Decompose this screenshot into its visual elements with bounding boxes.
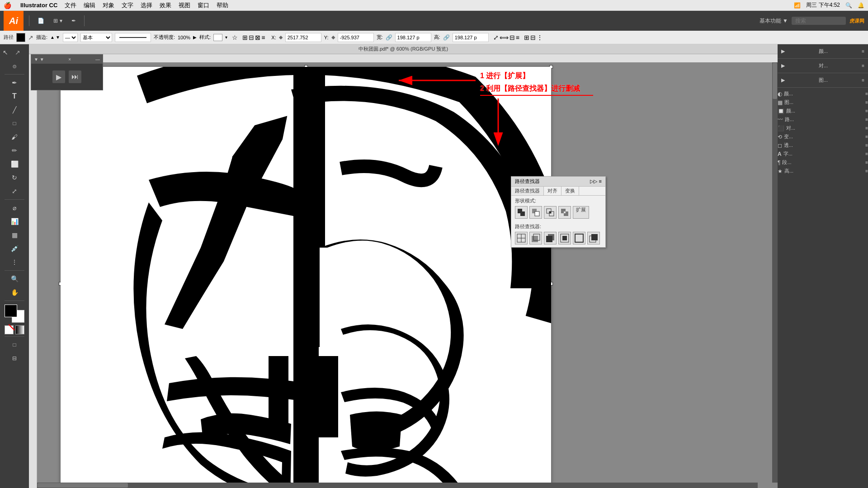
panel-options-icon[interactable]: ≡ xyxy=(862,49,864,54)
merge-btn[interactable] xyxy=(544,232,557,244)
warp-tool[interactable]: ⌀ xyxy=(3,202,26,214)
panel-header-image[interactable]: ▶ 图... ≡ xyxy=(778,75,868,85)
pathfinder-options-icon[interactable]: ≡ xyxy=(599,178,602,184)
stroke-up-icon[interactable]: ▲ xyxy=(50,35,55,40)
grid3-icon[interactable]: ⊠ xyxy=(255,34,260,41)
screen-mode-btn[interactable]: ⊟ xyxy=(3,352,26,365)
panel-header-align[interactable]: ▶ 对... ≡ xyxy=(778,61,868,71)
stroke-style-select[interactable]: — xyxy=(63,33,78,42)
panel-row-transform[interactable]: ⟲ 变... ≡ xyxy=(778,132,868,141)
opacity-arrow[interactable]: ▶ xyxy=(193,35,197,40)
outline-btn[interactable] xyxy=(573,232,585,244)
menu-edit[interactable]: 编辑 xyxy=(84,1,95,9)
more-icon[interactable]: ≡ xyxy=(516,34,519,41)
foreground-color[interactable] xyxy=(5,305,17,317)
panel-row-grid[interactable]: ▦ 图... ≡ xyxy=(778,98,868,107)
panel-row-stroke[interactable]: 🔲 颜... ≡ xyxy=(778,107,868,115)
intersect-btn[interactable] xyxy=(544,206,557,219)
gradient-tool[interactable]: ▦ xyxy=(3,229,26,241)
zoom-tool[interactable]: 🔍 xyxy=(3,272,26,285)
expand-shape-btn[interactable]: 扩展 xyxy=(573,206,589,219)
stroke-weight-select[interactable]: 基本 xyxy=(80,33,112,42)
menu-effect[interactable]: 效果 xyxy=(160,1,171,9)
panel-row-align2[interactable]: ⬛ 对... ≡ xyxy=(778,124,868,132)
pen-tool[interactable]: ✒ xyxy=(3,76,26,89)
crop-btn[interactable] xyxy=(558,232,571,244)
grid2-icon[interactable]: ⊟ xyxy=(249,34,254,41)
rect-tool[interactable]: □ xyxy=(3,117,26,130)
menu-window[interactable]: 窗口 xyxy=(198,1,209,9)
style-arrow[interactable]: ▾ xyxy=(225,35,227,40)
menu-help[interactable]: 帮助 xyxy=(217,1,228,9)
panel-row-char[interactable]: A 字... ≡ xyxy=(778,150,868,158)
y-field[interactable] xyxy=(338,33,374,42)
arrange-btn[interactable]: ⊞ ▾ xyxy=(51,17,65,25)
pencil-tool[interactable]: ✏ xyxy=(3,144,26,157)
lasso-tool[interactable]: ⌾ xyxy=(3,60,26,72)
char-more[interactable]: ≡ xyxy=(865,151,868,156)
horizontal-scrollbar[interactable] xyxy=(37,483,758,488)
none-swatch[interactable] xyxy=(5,325,14,334)
preview-close-btn[interactable]: × xyxy=(68,57,71,62)
panel-options2-icon[interactable]: ≡ xyxy=(862,63,864,68)
line-tool[interactable]: ╱ xyxy=(3,103,26,116)
stroke-more[interactable]: ≡ xyxy=(865,108,868,113)
x-field[interactable] xyxy=(285,33,321,42)
transform-more[interactable]: ≡ xyxy=(865,134,868,139)
eraser-tool[interactable]: ⬜ xyxy=(3,158,26,170)
apple-menu[interactable]: 🍎 xyxy=(4,2,11,9)
draw-mode-btn[interactable]: □ xyxy=(3,338,26,351)
exclude-btn[interactable] xyxy=(558,206,571,219)
panel-options3-icon[interactable]: ≡ xyxy=(862,78,864,83)
canvas-area[interactable]: 中秋团圆.pdf* @ 600% (RGB/GPU 预览) // ruler t… xyxy=(29,44,778,488)
pathfinder-expand-icon[interactable]: ▷▷ xyxy=(590,178,597,184)
pathfinder-tab-align[interactable]: 对齐 xyxy=(544,187,561,195)
hand-tool[interactable]: ✋ xyxy=(3,286,26,299)
w-field[interactable] xyxy=(395,33,431,42)
menu-file[interactable]: 文件 xyxy=(65,1,76,9)
select-tool[interactable]: ↖ ↗ xyxy=(3,46,26,59)
panel-row-transparency[interactable]: ◻ 透... ≡ xyxy=(778,141,868,150)
pen-tool-btn[interactable]: ✒ xyxy=(69,17,79,25)
link-icon[interactable]: 🔗 xyxy=(386,34,392,41)
mirror-tool[interactable]: ⤢ xyxy=(3,185,26,197)
high-more[interactable]: ≡ xyxy=(865,169,868,174)
artwork-container[interactable]: 1 进行【扩展】 2 利用【路径查找器】进行删减 xyxy=(37,62,778,488)
menu-object[interactable]: 对象 xyxy=(103,1,114,9)
panels-icon[interactable]: ⊞ xyxy=(524,34,529,41)
panel-row-high[interactable]: ★ 高... ≡ xyxy=(778,167,868,175)
appearance-icon[interactable]: ☆ xyxy=(232,34,238,41)
minus-front-btn[interactable] xyxy=(529,206,542,219)
more2-icon[interactable]: ⋮ xyxy=(537,34,543,41)
menu-view[interactable]: 视图 xyxy=(179,1,190,9)
unite-btn[interactable] xyxy=(515,206,528,219)
style-swatch[interactable] xyxy=(213,34,222,41)
stroke-color-swatch[interactable] xyxy=(16,33,25,42)
link2-icon[interactable]: 🔗 xyxy=(443,34,450,41)
blend-tool[interactable]: ⋮ xyxy=(3,256,26,268)
para-more[interactable]: ≡ xyxy=(865,160,868,165)
align2-more[interactable]: ≡ xyxy=(865,126,868,131)
panel-header-color[interactable]: ▶ 颜... ≡ xyxy=(778,46,868,56)
grid-more[interactable]: ≡ xyxy=(865,100,868,105)
trim-btn[interactable] xyxy=(529,232,542,244)
path-more[interactable]: ≡ xyxy=(865,117,868,122)
stroke-value[interactable]: ▲ ▼ xyxy=(50,35,60,40)
pathfinder-tab-transform[interactable]: 变换 xyxy=(561,187,579,195)
artwork-frame[interactable] xyxy=(61,67,551,488)
panel-row-appearance[interactable]: ◐ 颜... ≡ xyxy=(778,89,868,98)
grid-icon[interactable]: ⊞ xyxy=(242,34,248,41)
divide-btn[interactable] xyxy=(515,232,528,244)
brush-tool[interactable]: 🖌 xyxy=(3,131,26,143)
preview-step-btn[interactable]: ⏭ xyxy=(69,70,81,83)
chart-tool[interactable]: 📊 xyxy=(3,215,26,228)
transparency-more[interactable]: ≡ xyxy=(865,143,868,148)
new-doc-btn[interactable]: 📄 xyxy=(35,17,47,25)
eyedropper-tool[interactable]: 💉 xyxy=(3,242,26,255)
preview-play-btn[interactable]: ▶ xyxy=(52,70,65,83)
search-icon[interactable]: 🔍 xyxy=(845,2,852,9)
align-icon[interactable]: ≡ xyxy=(261,34,265,41)
h-scroll-thumb[interactable] xyxy=(38,483,128,488)
h-field[interactable] xyxy=(453,33,489,42)
stroke-down-icon[interactable]: ▼ xyxy=(56,35,60,40)
